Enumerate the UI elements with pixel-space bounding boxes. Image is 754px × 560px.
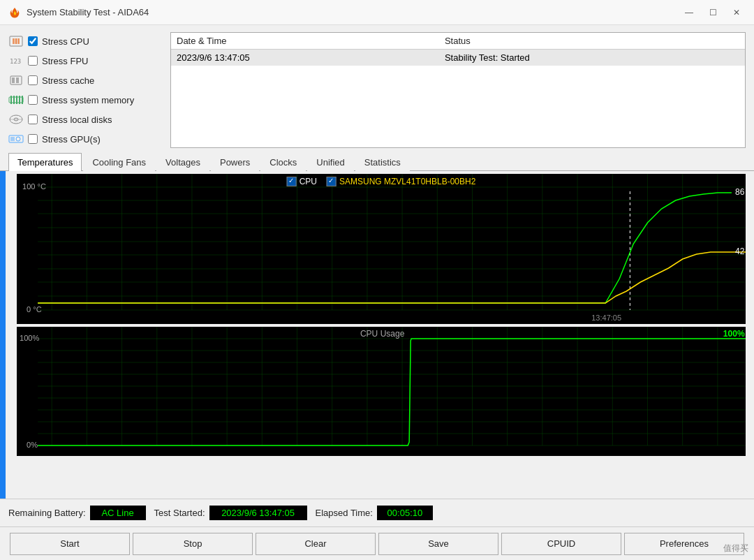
svg-text:42: 42: [735, 246, 745, 256]
temp-chart-inner: 100 °C 0 °C 13:47:05 86 42 CPU: [17, 174, 746, 324]
battery-status: Remaining Battery: AC Line: [8, 506, 146, 520]
log-col-status: Status: [439, 33, 745, 50]
usage-chart-grid: 100% 0% 100% CPU Usage: [17, 327, 746, 456]
stress-memory-label: Stress system memory: [42, 95, 134, 105]
stress-disks-label: Stress local disks: [42, 115, 112, 125]
legend-samsung-label: SAMSUNG MZVL41T0HBLB-00BH2: [339, 177, 475, 186]
save-button[interactable]: Save: [378, 533, 498, 555]
stress-fpu-checkbox[interactable]: [28, 56, 38, 66]
svg-point-16: [16, 137, 20, 141]
stress-gpu-checkbox[interactable]: [28, 134, 38, 144]
watermark: 值得买: [723, 543, 748, 554]
stress-gpu-label: Stress GPU(s): [42, 134, 101, 145]
stop-button[interactable]: Stop: [133, 533, 253, 555]
status-bar: Remaining Battery: AC Line Test Started:…: [0, 499, 754, 526]
svg-rect-4: [16, 78, 19, 83]
stress-cpu-label: Stress CPU: [42, 36, 89, 47]
top-section: Stress CPU 123 Stress FPU: [0, 25, 754, 152]
tab-voltages[interactable]: Voltages: [156, 153, 209, 171]
tab-unified[interactable]: Unified: [307, 153, 353, 171]
test-started-status: Test Started: 2023/9/6 13:47:05: [154, 506, 307, 520]
close-button[interactable]: ✕: [727, 5, 746, 20]
svg-text:0%: 0%: [27, 441, 38, 449]
svg-text:100%: 100%: [20, 334, 39, 342]
stress-cache-label: Stress cache: [42, 75, 94, 86]
log-table-container: Date & Time Status 2023/9/6 13:47:05Stab…: [170, 32, 746, 148]
clear-button[interactable]: Clear: [256, 533, 376, 555]
svg-text:123: 123: [10, 58, 21, 65]
svg-rect-3: [12, 78, 15, 83]
left-tab-indicator: [0, 171, 6, 499]
app-icon: [8, 6, 21, 19]
tab-statistics[interactable]: Statistics: [355, 153, 410, 171]
memory-icon: [8, 94, 24, 106]
charts-panel: 100 °C 0 °C 13:47:05 86 42 CPU: [8, 171, 754, 499]
legend-samsung-check: [327, 177, 337, 186]
log-status: Stability Test: Started: [439, 50, 745, 66]
svg-rect-17: [17, 174, 746, 324]
test-started-label: Test Started:: [154, 508, 205, 518]
start-button[interactable]: Start: [10, 533, 130, 555]
stress-disks-item: Stress local disks: [8, 110, 162, 128]
legend-cpu: CPU: [287, 177, 317, 186]
svg-rect-8: [16, 96, 17, 104]
svg-text:100%: 100%: [723, 329, 745, 339]
svg-rect-54: [17, 327, 746, 456]
legend-cpu-check: [287, 177, 297, 186]
stress-cache-item: Stress cache: [8, 71, 162, 89]
stress-fpu-label: Stress FPU: [42, 56, 88, 66]
stress-cpu-item: Stress CPU: [8, 32, 162, 50]
stress-gpu-item: Stress GPU(s): [8, 130, 162, 148]
title-bar: System Stability Test - AIDA64 — ☐ ✕: [0, 0, 754, 25]
temperature-chart: 100 °C 0 °C 13:47:05 86 42 CPU: [17, 174, 746, 324]
temp-chart-grid: 100 °C 0 °C 13:47:05 86 42: [17, 174, 746, 324]
elapsed-label: Elapsed Time:: [316, 508, 373, 518]
cpuid-button[interactable]: CPUID: [501, 533, 621, 555]
svg-text:0 °C: 0 °C: [27, 305, 42, 314]
window-title: System Stability Test - AIDA64: [27, 7, 680, 17]
usage-chart-inner: 100% 0% 100% CPU Usage: [17, 327, 746, 456]
svg-text:86: 86: [735, 187, 745, 197]
tabs-bar: Temperatures Cooling Fans Voltages Power…: [0, 152, 754, 171]
tab-temperatures[interactable]: Temperatures: [8, 153, 82, 171]
maximize-button[interactable]: ☐: [704, 5, 722, 20]
stress-memory-checkbox[interactable]: [28, 95, 38, 105]
stress-disks-checkbox[interactable]: [28, 115, 38, 124]
log-col-datetime: Date & Time: [171, 33, 439, 50]
cpu-usage-chart: 100% 0% 100% CPU Usage: [17, 327, 746, 456]
elapsed-value: 00:05:10: [377, 506, 433, 520]
test-started-value: 2023/9/6 13:47:05: [209, 506, 307, 520]
stress-cpu-checkbox[interactable]: [28, 36, 38, 46]
svg-rect-9: [19, 96, 20, 104]
stress-memory-item: Stress system memory: [8, 91, 162, 109]
elapsed-status: Elapsed Time: 00:05:10: [316, 506, 433, 520]
cpu-icon: [8, 35, 24, 47]
temp-chart-legend: CPU SAMSUNG MZVL41T0HBLB-00BH2: [287, 177, 476, 186]
window-controls: — ☐ ✕: [680, 5, 746, 20]
svg-rect-10: [22, 96, 23, 104]
svg-text:CPU Usage: CPU Usage: [360, 329, 405, 339]
legend-cpu-label: CPU: [300, 177, 317, 186]
gpu-icon: [8, 133, 24, 145]
tab-powers[interactable]: Powers: [211, 153, 259, 171]
svg-text:13:47:05: 13:47:05: [591, 314, 621, 322]
disk-icon: [8, 113, 24, 126]
cache-icon: [8, 74, 24, 87]
battery-value: AC Line: [90, 506, 146, 520]
tabs-content: 100 °C 0 °C 13:47:05 86 42 CPU: [0, 171, 754, 499]
tab-coolingfans[interactable]: Cooling Fans: [83, 153, 155, 171]
svg-text:100 °C: 100 °C: [22, 182, 46, 191]
log-row: 2023/9/6 13:47:05Stability Test: Started: [171, 50, 745, 66]
bottom-bar: Start Stop Clear Save CPUID Preferences: [0, 526, 754, 560]
tab-clocks[interactable]: Clocks: [260, 153, 306, 171]
svg-rect-7: [13, 96, 15, 104]
log-datetime: 2023/9/6 13:47:05: [171, 50, 439, 66]
stress-options-panel: Stress CPU 123 Stress FPU: [8, 32, 162, 148]
minimize-button[interactable]: —: [680, 5, 698, 20]
stress-cache-checkbox[interactable]: [28, 75, 38, 85]
log-table: Date & Time Status 2023/9/6 13:47:05Stab…: [171, 33, 745, 66]
stress-fpu-item: 123 Stress FPU: [8, 52, 162, 70]
svg-rect-15: [10, 137, 15, 141]
left-panel: [0, 171, 8, 499]
legend-samsung: SAMSUNG MZVL41T0HBLB-00BH2: [327, 177, 475, 186]
